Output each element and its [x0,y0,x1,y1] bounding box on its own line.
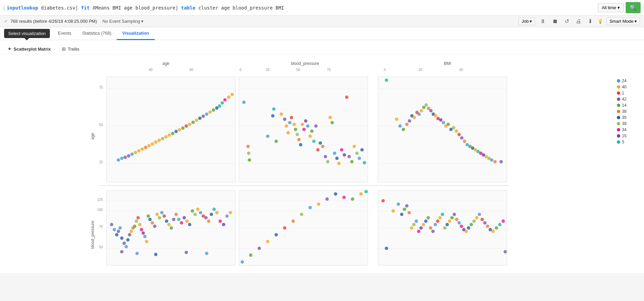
tooltip-label: Select visualization [8,31,46,36]
svg-point-122 [424,103,428,107]
stop-button[interactable]: ⏹ [551,18,560,25]
svg-point-282 [486,225,489,228]
search-bar: | inputlookup diabetes.csv| fit XMeans B… [0,0,644,16]
svg-point-196 [158,216,161,219]
svg-point-109 [363,161,366,164]
svg-point-133 [452,126,455,129]
svg-text:blood_pressure: blood_pressure [291,61,319,66]
svg-point-234 [291,219,295,223]
svg-point-47 [181,126,185,130]
svg-point-119 [417,112,421,116]
svg-point-179 [126,238,130,242]
select-visualization-tooltip[interactable]: Select visualization [4,29,50,38]
svg-point-66 [248,158,251,162]
print-button[interactable]: 🖨 [574,18,583,25]
svg-point-266 [446,223,449,226]
svg-point-231 [266,240,269,243]
svg-point-110 [385,78,388,82]
svg-point-191 [147,214,150,218]
refresh-button[interactable]: ↺ [563,17,571,25]
svg-point-209 [191,209,194,213]
legend-dot-39 [617,122,620,125]
svg-point-108 [360,148,364,152]
pause-button[interactable]: ⏸ [538,18,547,25]
svg-point-243 [364,190,368,193]
svg-point-197 [160,211,164,214]
tab-events[interactable]: Events [53,27,77,40]
viz-type-trellis[interactable]: ⊞ Trellis [60,45,81,53]
results-text: ✓ 768 results (before 4/26/18 4:08:25.00… [4,19,97,24]
legend-dot-15 [617,134,620,138]
svg-point-93 [324,155,327,158]
svg-point-34 [137,149,140,153]
svg-point-134 [455,129,458,133]
svg-point-113 [402,128,405,131]
tab-visualization[interactable]: Visualization [117,27,154,40]
trellis-icon: ⊞ [62,46,66,52]
svg-point-275 [467,226,470,230]
svg-text:75: 75 [327,68,331,72]
toolbar-row: ✓ 768 results (before 4/26/18 4:08:25.00… [0,16,644,27]
search-input[interactable]: inputlookup diabetes.csv| fit XMeans BMI… [7,5,596,11]
legend-dot-42 [617,98,620,101]
svg-point-105 [353,145,356,148]
svg-point-244 [381,199,385,202]
sampling-button[interactable]: No Event Sampling ▾ [102,19,144,24]
svg-text:50: 50 [99,123,103,127]
svg-point-245 [392,209,395,213]
svg-point-262 [436,219,439,223]
svg-point-68 [271,114,274,118]
svg-point-147 [490,158,493,162]
svg-point-269 [453,213,456,216]
svg-point-53 [202,114,205,118]
search-go-button[interactable]: 🔍 [626,2,641,13]
legend-dot-34 [617,128,620,131]
svg-point-189 [143,235,147,238]
svg-point-75 [288,121,291,124]
chart-container: age blood_pressure BMI 40 60 0 25 50 75 … [0,58,644,270]
svg-text:75: 75 [99,225,103,229]
svg-point-188 [141,231,145,235]
legend-item-34: 34 [617,127,637,132]
svg-point-201 [170,226,173,230]
svg-point-51 [195,119,198,122]
svg-point-192 [148,218,152,221]
svg-point-252 [412,223,416,226]
svg-point-67 [266,135,269,138]
svg-point-264 [441,213,444,216]
svg-point-38 [151,142,154,146]
svg-point-58 [218,104,221,108]
smart-mode-button[interactable]: Smart Mode ▾ [606,17,640,25]
svg-point-288 [385,247,388,250]
svg-point-63 [242,101,246,104]
svg-point-33 [134,151,137,154]
viz-type-scatterplot-matrix[interactable]: ✦ Scatterplot Matrix [5,45,53,53]
svg-point-218 [215,211,219,214]
svg-point-272 [460,225,463,228]
svg-point-287 [501,219,505,223]
svg-point-230 [258,247,261,250]
sampling-label: No Event Sampling [102,19,140,24]
svg-point-111 [395,118,398,121]
svg-point-101 [343,153,346,157]
svg-point-50 [191,121,195,124]
svg-point-41 [161,137,164,140]
svg-point-81 [299,143,302,146]
svg-point-226 [185,251,188,254]
svg-point-100 [340,148,343,152]
svg-point-28 [117,158,120,162]
svg-point-236 [308,206,312,209]
svg-point-259 [429,226,432,230]
svg-point-250 [408,211,411,214]
time-range-label: All time [602,5,616,10]
tab-statistics[interactable]: Statistics (768) [77,27,117,40]
svg-point-48 [185,124,188,128]
svg-point-284 [491,230,495,233]
download-button[interactable]: ⬇ [586,17,594,25]
svg-point-223 [120,250,124,253]
job-button[interactable]: Job ▾ [518,17,535,25]
svg-point-211 [196,208,200,211]
time-range-button[interactable]: All time ▾ [598,3,624,12]
svg-point-258 [427,216,430,219]
svg-point-186 [138,223,141,226]
